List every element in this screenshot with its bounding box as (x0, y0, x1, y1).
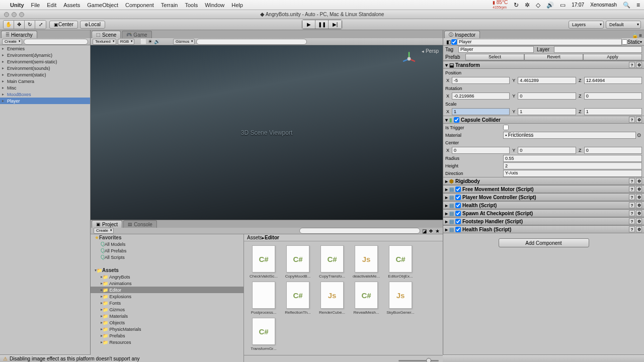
game-tab[interactable]: 🎮 Game (122, 31, 151, 38)
capsule-gear-icon[interactable]: ⚙ (636, 117, 642, 123)
component-header[interactable]: ▸▤Health (Script)?⚙ (443, 201, 644, 209)
asset-item[interactable]: JsdeactivateMe... (351, 245, 382, 279)
istrigger-checkbox[interactable] (503, 125, 509, 130)
prefab-select[interactable]: Select (465, 54, 524, 60)
project-create[interactable]: Create (94, 228, 114, 234)
scene-2d-toggle[interactable]: ⬜ (140, 39, 146, 44)
project-tree-item[interactable]: Q All Models (91, 241, 244, 247)
tag-dropdown[interactable]: Player (458, 46, 534, 53)
component-header[interactable]: ▸▤Health Flash (Script)?⚙ (443, 225, 644, 233)
menu-gameobject[interactable]: GameObject (87, 2, 118, 8)
minimize-window-button[interactable] (12, 12, 17, 17)
project-tree-item[interactable]: 📁 Objects (91, 319, 244, 326)
component-gear-icon[interactable]: ⚙ (636, 226, 642, 232)
menu-terrain[interactable]: Terrain (161, 2, 178, 8)
pivot-local-toggle[interactable]: ⊕ Local (80, 21, 105, 29)
component-gear-icon[interactable]: ⚙ (636, 210, 642, 216)
capsule-header[interactable]: ▾▮Capsule Collider ?⚙ (443, 116, 644, 124)
transform-header[interactable]: ▾⬓Transform ?⚙ (443, 61, 644, 69)
console-tab[interactable]: ▤ Console (123, 220, 157, 228)
project-tree-item[interactable]: 📁 Animations (91, 280, 244, 287)
capsule-help-icon[interactable]: ? (629, 117, 635, 123)
component-enabled[interactable] (455, 227, 461, 232)
layers-dropdown[interactable]: Layers (569, 21, 604, 29)
asset-item[interactable]: C#TransformGr... (248, 318, 279, 351)
hierarchy-item[interactable]: ▸Enemies (0, 45, 90, 52)
capsule-enabled[interactable] (454, 117, 459, 123)
zoom-window-button[interactable] (19, 12, 24, 17)
component-enabled[interactable] (455, 203, 461, 208)
close-window-button[interactable] (4, 12, 9, 17)
component-header[interactable]: ▸▤Free Movement Motor (Script)?⚙ (443, 185, 644, 193)
inspector-menu-icon[interactable]: ≡ (639, 33, 642, 38)
scene-search[interactable] (196, 39, 307, 45)
menu-edit[interactable]: Edit (47, 2, 56, 8)
scale-tool[interactable]: ⤢ (35, 21, 46, 29)
inspector-tab[interactable]: ⓘ Inspector (444, 31, 480, 38)
component-enabled[interactable] (455, 219, 461, 224)
project-tree-item[interactable]: 📁 AngryBots (91, 274, 244, 280)
static-dropdown[interactable]: ▾ (640, 40, 642, 44)
scene-light-toggle[interactable]: ☀ (148, 39, 152, 44)
material-field[interactable]: ▪ Frictionless (503, 132, 636, 139)
hierarchy-item[interactable]: ▸MoodBoxes (0, 91, 90, 98)
component-gear-icon[interactable]: ⚙ (636, 194, 642, 200)
static-checkbox[interactable] (622, 39, 627, 45)
hierarchy-item[interactable]: ▸Player (0, 98, 90, 104)
gameobject-name[interactable] (457, 39, 622, 45)
rot-z[interactable] (584, 93, 642, 100)
project-filter-icon[interactable]: ◪ (422, 228, 427, 234)
scene-tab[interactable]: ⬚ Scene (92, 31, 121, 38)
menu-window[interactable]: Window (205, 2, 224, 8)
pause-button[interactable]: ❚❚ (315, 20, 329, 29)
project-tree-item[interactable]: 📁 Editor (91, 287, 244, 293)
hierarchy-item[interactable]: ▸Environment(static) (0, 71, 90, 78)
component-help-icon[interactable]: ? (629, 218, 635, 224)
project-tree-item[interactable]: Q All Scripts (91, 254, 244, 260)
scene-gizmos[interactable]: Gizmos (173, 39, 195, 45)
move-tool[interactable]: ✥ (14, 21, 25, 29)
hierarchy-create[interactable]: Create (2, 39, 22, 45)
hierarchy-search[interactable] (24, 39, 88, 45)
component-help-icon[interactable]: ? (629, 186, 635, 192)
asset-item[interactable]: JsSkyBoxGener... (385, 282, 416, 315)
hierarchy-tree[interactable]: ▸Enemies▸Environment(dynamic)▸Environmen… (0, 45, 90, 354)
component-enabled[interactable] (455, 195, 461, 200)
menu-file[interactable]: File (31, 2, 40, 8)
scl-x[interactable] (452, 108, 510, 115)
project-label-icon[interactable]: ❖ (429, 228, 433, 234)
project-tree-item[interactable]: 📁 Gizmos (91, 306, 244, 313)
scl-y[interactable] (518, 108, 576, 115)
project-zoom-slider[interactable] (398, 360, 439, 361)
project-tree[interactable]: ★ FavoritesQ All ModelsQ All PrefabsQ Al… (91, 234, 244, 362)
project-grid[interactable]: C#CheckValidSc...C#CopyMoodB...C#CopyTra… (244, 241, 443, 355)
notification-icon[interactable]: ≡ (636, 2, 640, 9)
project-tree-item[interactable]: 📁 Explosions (91, 293, 244, 300)
project-tree-item[interactable]: 📁 Materials (91, 313, 244, 319)
scene-view[interactable]: 3D Scene Viewport ◂ Persp (91, 45, 443, 220)
radius-field[interactable] (503, 155, 642, 162)
hierarchy-item[interactable]: ▸Main Camera (0, 78, 90, 84)
prefab-revert[interactable]: Revert (524, 54, 583, 60)
hand-tool[interactable]: ✋ (4, 21, 14, 29)
pivot-center-toggle[interactable]: ▣ Center (49, 21, 78, 29)
project-search[interactable] (299, 228, 420, 234)
project-tree-item[interactable]: Q All Prefabs (91, 247, 244, 254)
asset-item[interactable]: C#EditorObjEx... (385, 245, 416, 279)
menubar-user[interactable]: Xenosmash (590, 2, 617, 8)
component-header[interactable]: ▸▤Footstep Handler (Script)?⚙ (443, 217, 644, 225)
sync-icon[interactable]: ↻ (514, 2, 519, 9)
height-field[interactable] (503, 162, 642, 169)
component-header[interactable]: ▸▤Player Move Controller (Script)?⚙ (443, 193, 644, 201)
project-tree-item[interactable]: 📁 Fonts (91, 300, 244, 306)
component-header[interactable]: ▸▤Spawn At Checkpoint (Script)?⚙ (443, 209, 644, 217)
component-gear-icon[interactable]: ⚙ (636, 178, 642, 184)
center-z[interactable] (584, 147, 642, 154)
material-picker-icon[interactable]: ⊙ (636, 132, 642, 138)
asset-item[interactable]: C#CheckValidSc... (248, 245, 279, 279)
project-tree-item[interactable]: 📁 Assets (91, 267, 244, 274)
scl-z[interactable] (584, 108, 642, 115)
component-enabled[interactable] (455, 187, 461, 192)
hierarchy-item[interactable]: ▸Environment(sounds) (0, 65, 90, 71)
component-enabled[interactable] (455, 211, 461, 216)
